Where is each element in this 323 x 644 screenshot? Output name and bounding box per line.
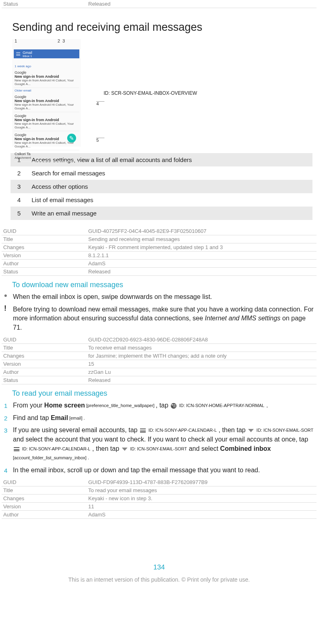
meta-label: Version [2, 502, 87, 510]
status-label: Status [2, 0, 87, 8]
meta-value: Keyaki - FR comment implemented, updated… [87, 243, 317, 252]
msg-snippet: New sign-in from Android Hi Csikori, You… [15, 141, 79, 148]
meta-value: AdamS [87, 260, 317, 268]
chevron-down-icon [248, 429, 254, 432]
legend-num: 3 [11, 180, 28, 193]
image-id-label: ID: SCR-SONY-EMAIL-INBOX-OVERVIEW [104, 90, 197, 96]
txt: , tap [156, 402, 170, 409]
table-row: GUIDGUID-FD9F4939-113D-4787-883B-F276208… [2, 478, 317, 486]
legend-text: Write an email message [28, 207, 312, 220]
txt: and select [187, 445, 220, 452]
icon-id: ID: ICN-SONY-EMAIL-SORT [257, 428, 314, 433]
legend-table: 1Access settings, view a list of all ema… [11, 153, 312, 220]
menu-lines-icon [140, 429, 146, 433]
meta-value: 8.1.2.1.1 [87, 252, 317, 260]
icon-id: ID: ICN-SONY-EMAIL-SORT [130, 446, 187, 451]
ref-id: [account_folder_list_summary_inbox] . [13, 455, 89, 460]
table-row: 3Access other options [11, 180, 312, 193]
callout-top-numbers: 1 2 3 [12, 38, 81, 43]
msg-snippet: New sign-in from Android Hi Csikori, You… [15, 79, 79, 86]
meta-value: zzGan Lu [87, 368, 317, 376]
meta-value: Released [87, 268, 317, 276]
step-row-4: 4 In the email inbox, scroll up or down … [4, 466, 314, 475]
txt: Find and tap [13, 414, 51, 421]
bold-email: Email [51, 414, 68, 421]
meta-label: GUID [2, 478, 87, 486]
list-item: Google New sign-in from Android New sign… [14, 93, 79, 112]
exclamation-icon: ! [4, 305, 13, 333]
apptray-icon [171, 403, 176, 409]
step-number: 3 [4, 426, 13, 463]
meta-block-3: GUIDGUID-FD9F4939-113D-4787-883B-F276208… [2, 478, 317, 519]
msg-subject: New sign-in from Android [15, 99, 79, 103]
table-row: ChangesKeyaki - new icon in step 3. [2, 494, 317, 502]
table-row: Version15 [2, 360, 317, 368]
table-row: GUIDGUID-02C2D920-6923-4830-96DE-028806F… [2, 336, 317, 344]
table-row: TitleSending and receiving email message… [2, 235, 317, 243]
table-row: 2Search for email messages [11, 166, 312, 180]
table-row: Version11 [2, 502, 317, 510]
step-text: From your Home screen [preference_title_… [13, 401, 314, 410]
week-header: 1 week ago [14, 64, 79, 69]
meta-block-2: GUIDGUID-02C2D920-6923-4830-96DE-028806F… [2, 336, 317, 384]
step-row-1: 1 From your Home screen [preference_titl… [4, 401, 314, 410]
ref-id: [email] . [68, 416, 85, 420]
step-number: 2 [4, 414, 13, 423]
meta-label: Changes [2, 352, 87, 360]
txt: , then tap [90, 445, 121, 452]
meta-value: To read your email messages [87, 486, 317, 494]
table-row: AuthorAdamS [2, 260, 317, 268]
meta-label: Changes [2, 243, 87, 252]
meta-value: GUID-02C2D920-6923-4830-96DE-028806F248A… [87, 336, 317, 344]
inbox-label: Inbox 1 [23, 55, 32, 58]
meta-label: Title [2, 343, 87, 352]
step-number: 1 [4, 401, 13, 410]
step-text: If you are using several email accounts,… [13, 426, 314, 463]
msg-snippet: New sign-in from Android Hi Csikori, You… [15, 103, 79, 110]
icon-id: ID: ICN-SONY-APP-CALENDAR-L [22, 446, 90, 451]
step-row-3: 3 If you are using several email account… [4, 426, 314, 463]
table-row: StatusReleased [2, 376, 317, 384]
sub-heading-read: To read your email messages [12, 389, 317, 398]
table-row: Version8.1.2.1.1 [2, 252, 317, 260]
step-text: Find and tap Email [email] . [13, 414, 314, 423]
note-ital: Internet and MMS settings [205, 315, 280, 322]
table-row: TitleTo receive email messages [2, 343, 317, 352]
ref-id: [preference_title_home_wallpaper] [85, 403, 156, 408]
meta-value: for Jasmine; implement the WITH changes;… [87, 352, 317, 360]
meta-value: Sending and receiving email messages [87, 235, 317, 243]
meta-label: Author [2, 368, 87, 376]
page-title: Sending and receiving email messages [12, 21, 317, 34]
table-row: 5Write an email message [11, 207, 312, 220]
table-row: TitleTo read your email messages [2, 486, 317, 494]
list-item: Google New sign-in from Android New sign… [14, 112, 79, 131]
att-from: Csikori Ta [15, 152, 79, 156]
compose-fab-icon: ✎ [67, 134, 76, 143]
meta-value: 11 [87, 502, 317, 510]
email-inbox-screenshot: 1 2 3 Gmail Inbox 1 1 week ago Google Ne… [12, 39, 81, 147]
icon-id: ID: ICN-SONY-APP-CALENDAR-L [149, 428, 217, 433]
meta-label: Author [2, 260, 87, 268]
step-row-2: 2 Find and tap Email [email] . [4, 414, 314, 423]
meta-value: AdamS [87, 510, 317, 518]
list-item: Csikori Ta Attachment [14, 150, 79, 162]
table-row: AuthorzzGan Lu [2, 368, 317, 376]
txt: , then tap [217, 426, 248, 433]
bullet-text: When the email inbox is open, swipe down… [13, 292, 314, 302]
bullet-icon: • [4, 292, 13, 302]
callout-1: 1 [15, 38, 17, 43]
msg-subject: New sign-in from Android [15, 75, 79, 79]
meta-label: Status [2, 268, 87, 276]
hamburger-icon [16, 52, 20, 55]
callout-3: 3 [62, 38, 65, 43]
msg-snippet: New sign-in from Android Hi Csikori, You… [15, 122, 79, 129]
meta-value: GUID-40725FF2-04C4-4045-82E9-F3F02501060… [87, 227, 317, 235]
meta-label: Version [2, 360, 87, 368]
legend-num: 2 [11, 166, 28, 180]
legend-num: 5 [11, 207, 28, 220]
table-row: 4List of email messages [11, 193, 312, 207]
legend-num: 4 [11, 193, 28, 207]
footer-text: This is an internet version of this publ… [2, 576, 317, 583]
meta-value: Released [87, 376, 317, 384]
menu-lines-icon [14, 447, 19, 451]
